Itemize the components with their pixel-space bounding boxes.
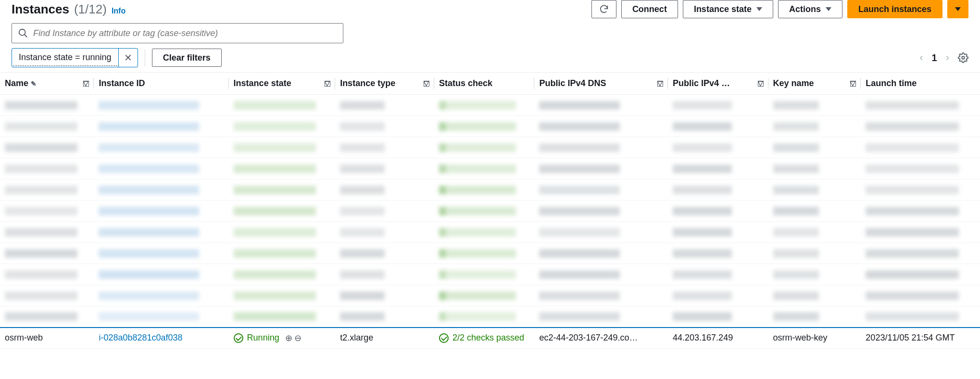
table-row-redacted bbox=[0, 179, 980, 201]
launch-instances-caret[interactable] bbox=[947, 0, 968, 18]
zoom-in-icon[interactable]: ⊕ bbox=[285, 333, 292, 343]
col-launch-time[interactable]: Launch time bbox=[861, 73, 980, 95]
table-row-redacted bbox=[0, 95, 980, 116]
col-instance-id[interactable]: Instance ID bbox=[94, 73, 228, 95]
col-instance-type[interactable]: Instance type bbox=[335, 73, 434, 95]
search-input[interactable] bbox=[33, 28, 337, 38]
instances-table: Name ✎ Instance ID Instance state Instan… bbox=[0, 72, 980, 349]
col-key-name-label: Key name bbox=[773, 78, 814, 88]
table-row-redacted bbox=[0, 306, 980, 328]
table-row-redacted bbox=[0, 158, 980, 179]
divider bbox=[145, 49, 145, 66]
col-name[interactable]: Name ✎ bbox=[0, 73, 94, 95]
sort-icon[interactable] bbox=[325, 81, 330, 87]
svg-point-0 bbox=[19, 29, 25, 36]
sort-icon[interactable] bbox=[758, 81, 764, 87]
pagination-prev[interactable]: ‹ bbox=[919, 51, 923, 64]
check-circle-icon bbox=[439, 333, 449, 343]
table-row[interactable]: osrm-web i-028a0b8281c0af038 Running ⊕ ⊖… bbox=[0, 328, 980, 349]
svg-point-2 bbox=[962, 56, 965, 59]
cell-instance-state: Running ⊕ ⊖ bbox=[229, 328, 336, 349]
info-link[interactable]: Info bbox=[112, 7, 126, 15]
svg-line-1 bbox=[25, 35, 27, 38]
table-row-redacted bbox=[0, 243, 980, 264]
filter-chip-instance-state[interactable]: Instance state = running ✕ bbox=[12, 48, 138, 67]
table-row-redacted bbox=[0, 222, 980, 243]
col-public-dns-label: Public IPv4 DNS bbox=[539, 78, 606, 88]
pagination-next[interactable]: › bbox=[946, 51, 949, 64]
chevron-down-icon bbox=[955, 7, 961, 11]
search-icon bbox=[18, 28, 28, 38]
cell-name: osrm-web bbox=[0, 328, 94, 349]
cell-public-ip: 44.203.167.249 bbox=[668, 328, 768, 349]
cell-key-name: osrm-web-key bbox=[768, 328, 861, 349]
col-instance-type-label: Instance type bbox=[340, 78, 395, 88]
col-instance-state-label: Instance state bbox=[234, 78, 291, 88]
cell-launch-time: 2023/11/05 21:54 GMT bbox=[861, 328, 980, 349]
table-row-redacted bbox=[0, 116, 980, 137]
col-name-label: Name bbox=[5, 78, 28, 88]
actions-label: Actions bbox=[789, 4, 821, 14]
col-status-check[interactable]: Status check bbox=[434, 73, 534, 95]
instance-state-label: Instance state bbox=[694, 4, 752, 14]
col-key-name[interactable]: Key name bbox=[768, 73, 861, 95]
refresh-icon bbox=[599, 4, 609, 14]
cell-public-dns: ec2-44-203-167-249.co… bbox=[534, 328, 668, 349]
pagination: ‹ 1 › bbox=[919, 51, 968, 64]
launch-instances-button[interactable]: Launch instances bbox=[847, 0, 942, 18]
chevron-down-icon bbox=[826, 7, 831, 11]
clear-filters-button[interactable]: Clear filters bbox=[152, 49, 222, 67]
instance-state-menu[interactable]: Instance state bbox=[683, 0, 773, 18]
actions-menu[interactable]: Actions bbox=[778, 0, 842, 18]
gear-icon[interactable] bbox=[958, 52, 968, 63]
connect-button[interactable]: Connect bbox=[621, 0, 678, 18]
col-status-check-label: Status check bbox=[439, 78, 492, 88]
pencil-icon[interactable]: ✎ bbox=[31, 80, 37, 88]
search-input-wrap[interactable] bbox=[12, 23, 343, 43]
cell-status-check: 2/2 checks passed bbox=[434, 328, 534, 349]
sort-icon[interactable] bbox=[850, 81, 856, 87]
table-row-redacted bbox=[0, 264, 980, 285]
chevron-down-icon bbox=[756, 7, 762, 11]
table-row-redacted bbox=[0, 285, 980, 306]
sort-icon[interactable] bbox=[424, 81, 429, 87]
col-public-ip[interactable]: Public IPv4 … bbox=[668, 73, 768, 95]
cell-instance-id[interactable]: i-028a0b8281c0af038 bbox=[94, 328, 228, 349]
table-row-redacted bbox=[0, 201, 980, 222]
table-header-row: Name ✎ Instance ID Instance state Instan… bbox=[0, 73, 980, 95]
table-row-redacted bbox=[0, 137, 980, 158]
pagination-page: 1 bbox=[932, 52, 937, 63]
filter-chip-label: Instance state = running bbox=[13, 50, 117, 66]
zoom-out-icon[interactable]: ⊖ bbox=[294, 333, 302, 343]
col-launch-time-label: Launch time bbox=[866, 78, 917, 88]
col-instance-state[interactable]: Instance state bbox=[229, 73, 336, 95]
col-public-ip-label: Public IPv4 … bbox=[673, 78, 730, 88]
remove-filter-icon[interactable]: ✕ bbox=[118, 49, 138, 67]
refresh-button[interactable] bbox=[591, 0, 616, 18]
instance-count: (1/12) bbox=[74, 2, 107, 17]
cell-instance-type: t2.xlarge bbox=[335, 328, 434, 349]
sort-icon[interactable] bbox=[657, 81, 663, 87]
sort-icon[interactable] bbox=[83, 81, 89, 87]
col-public-dns[interactable]: Public IPv4 DNS bbox=[534, 73, 668, 95]
check-circle-icon bbox=[234, 333, 243, 343]
col-instance-id-label: Instance ID bbox=[99, 78, 145, 88]
page-title: Instances bbox=[12, 2, 69, 17]
